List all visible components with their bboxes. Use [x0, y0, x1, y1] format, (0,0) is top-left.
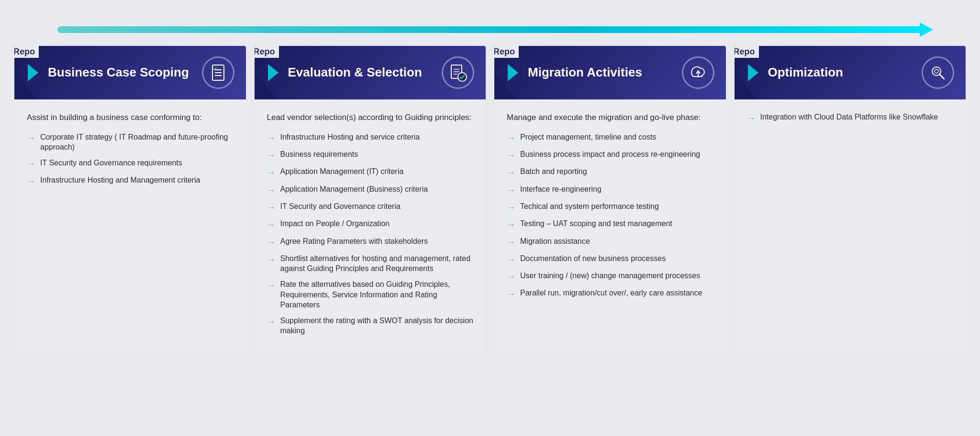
phase-title-3: Optimization: [768, 65, 916, 80]
list-item: →Supplement the rating with a SWOT analy…: [267, 316, 474, 336]
bullet-text: Batch and reporting: [520, 166, 587, 177]
bullet-text: Agree Rating Parameters with stakeholder…: [280, 236, 428, 247]
arrow-bar: [57, 26, 923, 33]
bullet-text: Application Management (IT) criteria: [280, 166, 404, 177]
bullet-text: Corporate IT strategy ( IT Roadmap and f…: [40, 132, 234, 153]
bullet-arrow-icon: →: [27, 132, 35, 144]
bullet-list-3: →Integration with Cloud Data Platforms l…: [747, 112, 954, 124]
bullet-text: Techical and system performance testing: [520, 201, 659, 212]
phase-body-evaluation: Lead vendor selection(s) according to Gu…: [255, 99, 486, 354]
phase-col-evaluation: RepoEvaluation & Selection Lead vendor s…: [255, 46, 486, 354]
bullet-list-2: →Project management, timeline and costs→…: [507, 132, 713, 300]
report-label-3: Repo: [735, 46, 759, 58]
arrow-bar-container: [29, 22, 951, 37]
bullet-arrow-icon: →: [267, 202, 276, 213]
bullet-text: Infrastructure Hosting and service crite…: [280, 132, 420, 142]
bullet-arrow-icon: →: [267, 254, 276, 265]
phase-intro-0: Assist in building a business case confo…: [27, 112, 234, 123]
bullet-arrow-icon: →: [267, 316, 276, 327]
phase-title-2: Migration Activities: [528, 65, 676, 80]
bullet-arrow-icon: →: [267, 280, 276, 291]
bullet-list-1: →Infrastructure Hosting and service crit…: [267, 132, 474, 336]
phase-body-business-case: Assist in building a business case confo…: [14, 99, 246, 354]
phase-col-migration: RepoMigration Activities Manage and exec…: [494, 46, 726, 354]
phase-icon-checklist: [202, 56, 234, 89]
page: RepoBusiness Case Scoping Assist in buil…: [0, 0, 980, 436]
bullet-arrow-icon: →: [507, 254, 515, 265]
top-banner: [0, 0, 980, 37]
bullet-arrow-icon: →: [27, 158, 35, 170]
list-item: →Techical and system performance testing: [507, 201, 713, 213]
bullet-text: User training / (new) change management …: [520, 271, 700, 281]
phase-header-text-0: Business Case Scoping: [43, 65, 196, 80]
list-item: →Impact on People / Organization: [267, 218, 474, 230]
bullet-arrow-icon: →: [507, 150, 515, 161]
bullet-arrow-icon: →: [267, 132, 276, 144]
bullet-list-0: →Corporate IT strategy ( IT Roadmap and …: [27, 132, 234, 187]
bullet-arrow-icon: →: [507, 202, 515, 213]
bullet-arrow-icon: →: [267, 237, 276, 248]
bullet-arrow-icon: →: [267, 185, 276, 196]
list-item: →Parallel run, migration/cut over/, earl…: [507, 288, 713, 300]
chevron-icon-3: [748, 64, 758, 81]
list-item: →Project management, timeline and costs: [507, 132, 713, 144]
phase-body-migration: Manage and execute the migration and go-…: [494, 99, 726, 354]
list-item: →Application Management (Business) crite…: [267, 184, 474, 196]
phase-header-evaluation: RepoEvaluation & Selection: [255, 46, 486, 99]
phase-intro-2: Manage and execute the migration and go-…: [507, 112, 713, 123]
phase-header-text-1: Evaluation & Selection: [283, 65, 436, 80]
phase-icon-checkmark-doc: [442, 56, 474, 89]
bullet-arrow-icon: →: [267, 150, 276, 161]
list-item: →IT Security and Governance requirements: [27, 158, 234, 170]
bullet-text: Business requirements: [280, 149, 358, 160]
list-item: →Infrastructure Hosting and service crit…: [267, 132, 474, 144]
bullet-text: Rate the alternatives based on Guiding P…: [280, 279, 474, 310]
bullet-text: Impact on People / Organization: [280, 218, 390, 229]
chevron-icon-1: [268, 64, 278, 81]
chevron-icon-0: [28, 64, 38, 81]
bullet-text: IT Security and Governance requirements: [40, 158, 182, 168]
columns-container: RepoBusiness Case Scoping Assist in buil…: [0, 37, 980, 368]
phase-body-optimization: →Integration with Cloud Data Platforms l…: [735, 99, 966, 354]
bullet-arrow-icon: →: [507, 288, 515, 300]
list-item: →Interface re-engineering: [507, 184, 713, 196]
phase-title-1: Evaluation & Selection: [288, 65, 436, 80]
report-label-1: Repo: [255, 46, 279, 58]
bullet-arrow-icon: →: [267, 167, 276, 178]
bullet-arrow-icon: →: [507, 132, 515, 144]
bullet-text: Interface re-engineering: [520, 184, 601, 195]
list-item: →Documentation of new business processes: [507, 253, 713, 265]
phase-header-text-2: Migration Activities: [523, 65, 676, 80]
list-item: →Business requirements: [267, 149, 474, 161]
svg-line-11: [939, 74, 944, 79]
phase-icon-gear-search: [922, 56, 954, 89]
bullet-arrow-icon: →: [507, 271, 515, 283]
bullet-text: Infrastructure Hosting and Management cr…: [40, 175, 200, 185]
bullet-text: Application Management (Business) criter…: [280, 184, 428, 195]
phase-header-business-case: RepoBusiness Case Scoping: [14, 46, 246, 99]
phase-intro-1: Lead vendor selection(s) according to Gu…: [267, 112, 474, 123]
bullet-text: Supplement the rating with a SWOT analys…: [280, 316, 474, 336]
bullet-text: Shortlist alternatives for hosting and m…: [280, 253, 474, 274]
list-item: →IT Security and Governance criteria: [267, 201, 474, 213]
list-item: →Rate the alternatives based on Guiding …: [267, 279, 474, 310]
phase-col-optimization: RepoOptimization →Integration with Cloud…: [735, 46, 966, 354]
phase-header-optimization: RepoOptimization: [735, 46, 966, 99]
bullet-text: Documentation of new business processes: [520, 253, 666, 264]
bullet-arrow-icon: →: [267, 219, 276, 230]
bullet-arrow-icon: →: [507, 185, 515, 196]
phase-header-migration: RepoMigration Activities: [494, 46, 726, 99]
list-item: →Corporate IT strategy ( IT Roadmap and …: [27, 132, 234, 153]
bullet-text: Testing – UAT scoping and test managemen…: [520, 218, 672, 229]
list-item: →Batch and reporting: [507, 166, 713, 178]
list-item: →Business process impact and process re-…: [507, 149, 713, 161]
bullet-text: IT Security and Governance criteria: [280, 201, 401, 212]
list-item: →Shortlist alternatives for hosting and …: [267, 253, 474, 274]
list-item: →Infrastructure Hosting and Management c…: [27, 175, 234, 187]
bullet-arrow-icon: →: [507, 167, 515, 178]
list-item: →Agree Rating Parameters with stakeholde…: [267, 236, 474, 248]
bullet-arrow-icon: →: [747, 112, 756, 124]
bullet-text: Migration assistance: [520, 236, 590, 247]
phase-icon-cloud-upload: [682, 56, 714, 89]
bullet-text: Business process impact and process re-e…: [520, 149, 700, 160]
